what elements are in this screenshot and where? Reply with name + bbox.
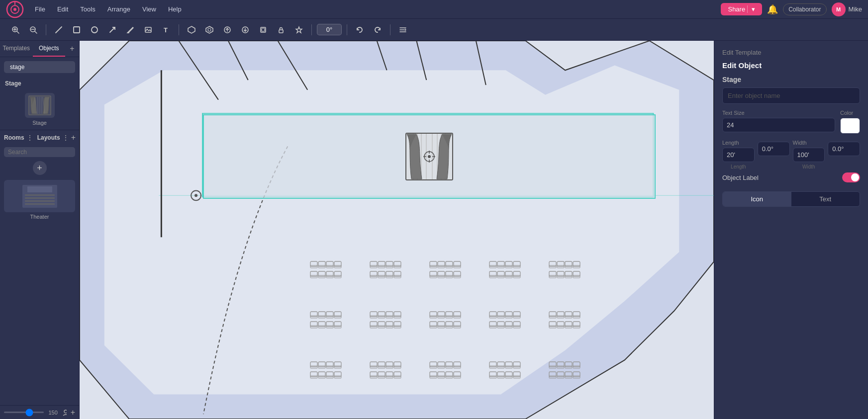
svg-marker-29 <box>296 27 302 33</box>
user-info: M Mike <box>832 2 862 16</box>
layouts-options-button[interactable]: ⋮ <box>62 134 69 142</box>
edit-template-title: Edit Template <box>722 49 860 56</box>
svg-line-62 <box>377 41 387 70</box>
stage-box[interactable] <box>203 114 656 199</box>
menu-edit[interactable]: Edit <box>52 3 73 15</box>
text-size-group: Text Size 24 <box>722 110 835 134</box>
avatar: M <box>832 2 846 16</box>
rooms-search-input[interactable] <box>8 149 83 156</box>
tab-add-button[interactable]: + <box>65 41 79 57</box>
stage-object-item[interactable]: Stage <box>0 89 79 130</box>
menu-file[interactable]: File <box>30 3 50 15</box>
room-thumbnail[interactable]: Theater <box>4 180 75 220</box>
zoom-out-button[interactable] <box>26 22 41 37</box>
add-user-button[interactable]: + <box>71 408 75 417</box>
redo-button[interactable] <box>370 22 385 37</box>
menu-arrange[interactable]: Arrange <box>102 3 135 15</box>
svg-rect-50 <box>25 203 55 205</box>
menu-view[interactable]: View <box>137 3 161 15</box>
menu-help[interactable]: Help <box>163 3 187 15</box>
svg-rect-49 <box>25 200 55 202</box>
star-tool[interactable] <box>291 22 306 37</box>
line-tool[interactable] <box>51 22 66 37</box>
tab-icon[interactable]: Icon <box>723 192 791 206</box>
svg-point-77 <box>428 155 431 158</box>
seat-group-3-5 <box>547 360 582 387</box>
lock-tool[interactable] <box>274 22 289 37</box>
add-room-button[interactable]: + <box>33 161 47 175</box>
stage-object-icon <box>25 93 55 118</box>
rect-tool[interactable] <box>69 22 84 37</box>
stage-icon-center <box>404 132 454 181</box>
x-input[interactable]: 0.0° <box>758 142 790 156</box>
svg-line-63 <box>416 41 426 80</box>
rooms-search-box <box>4 147 75 157</box>
object-label-toggle[interactable] <box>842 172 860 182</box>
svg-marker-19 <box>188 26 195 33</box>
image-tool[interactable] <box>141 22 156 37</box>
circle-tool[interactable] <box>87 22 102 37</box>
color-label: Color <box>840 110 860 116</box>
pencil-tool[interactable] <box>123 22 138 37</box>
layouts-add-button[interactable]: + <box>71 133 76 142</box>
room-thumb-image <box>4 180 75 212</box>
object-label-text: Object Label <box>722 174 759 181</box>
width2-input[interactable]: 0.0° <box>828 142 860 156</box>
upload-tool-2[interactable] <box>238 22 253 37</box>
tab-templates[interactable]: Templates <box>0 41 33 57</box>
svg-text:T: T <box>164 26 168 34</box>
shape-tool-2[interactable] <box>202 22 217 37</box>
angle-input[interactable]: 0° <box>317 24 342 35</box>
length-input[interactable]: 20' <box>722 148 755 162</box>
seat-group-1-5 <box>547 259 582 287</box>
rooms-label: Rooms <box>4 134 24 141</box>
user-icon[interactable] <box>62 409 66 416</box>
arrow-tool[interactable] <box>105 22 120 37</box>
undo-button[interactable] <box>352 22 367 37</box>
text-size-input[interactable]: 24 <box>722 118 835 132</box>
svg-line-5 <box>17 31 19 33</box>
svg-line-64 <box>476 41 486 85</box>
tab-objects[interactable]: Objects <box>33 41 66 57</box>
menu-tools[interactable]: Tools <box>75 3 100 15</box>
svg-line-60 <box>228 41 248 80</box>
share-caret[interactable]: ▾ <box>747 5 755 13</box>
seating-area <box>308 259 582 387</box>
svg-line-14 <box>110 27 115 32</box>
svg-rect-27 <box>262 28 265 31</box>
seat-group-1-3 <box>428 259 463 287</box>
rooms-options-button[interactable]: ⋮ <box>26 134 33 142</box>
tab-text[interactable]: Text <box>791 192 860 206</box>
align-button[interactable] <box>395 22 410 37</box>
dimensions-row: Length 20' 0.0° Width 100' 0.0° <box>722 140 860 162</box>
notification-bell[interactable]: 🔔 <box>767 4 778 15</box>
svg-rect-47 <box>25 194 55 196</box>
search-input[interactable] <box>10 64 85 71</box>
svg-point-57 <box>191 190 201 200</box>
collaborator-button[interactable]: Collaborator <box>783 3 826 15</box>
upload-tool-1[interactable] <box>220 22 235 37</box>
divider-2 <box>179 24 179 35</box>
share-button[interactable]: Share ▾ <box>721 3 762 15</box>
width-input[interactable]: 100' <box>793 148 825 162</box>
divider-1 <box>46 24 46 35</box>
width-group: Width 100' <box>793 140 825 162</box>
subsection-label: Stage <box>722 76 860 84</box>
svg-rect-28 <box>279 30 283 33</box>
svg-point-2 <box>13 8 16 11</box>
stage-section-label: Stage <box>0 77 79 89</box>
shape-tool-1[interactable] <box>184 22 199 37</box>
divider-4 <box>347 24 347 35</box>
color-swatch[interactable] <box>840 118 860 134</box>
canvas-area[interactable] <box>80 41 714 419</box>
seat-group-3-3 <box>428 360 463 387</box>
object-name-input[interactable] <box>722 87 860 104</box>
zoom-in-button[interactable] <box>8 22 23 37</box>
frame-tool[interactable] <box>256 22 271 37</box>
color-group: Color <box>840 110 860 134</box>
zoom-slider[interactable] <box>4 412 44 413</box>
room-thumb-name: Theater <box>4 214 75 220</box>
edit-object-label: Edit Object <box>722 61 860 70</box>
user-name: Mike <box>849 5 862 13</box>
text-tool[interactable]: T <box>159 22 174 37</box>
